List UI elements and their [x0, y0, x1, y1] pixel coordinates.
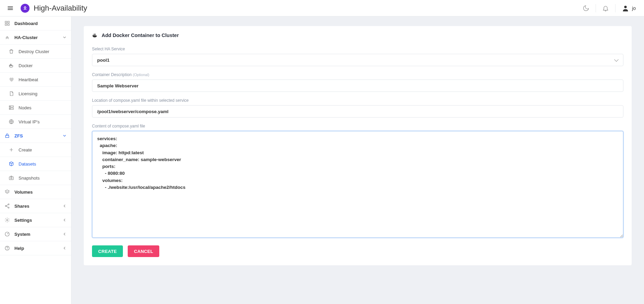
svg-rect-27	[94, 34, 94, 35]
chevron-left-icon	[62, 246, 67, 251]
svg-rect-26	[95, 35, 95, 36]
sidebar-item-label: Heartbeat	[19, 77, 67, 82]
svg-point-23	[7, 249, 8, 250]
svg-point-20	[7, 219, 8, 221]
sidebar-item-label: Licensing	[19, 91, 67, 96]
sidebar-item-label: Dashboard	[14, 21, 67, 26]
sidebar-item-label: Volumes	[14, 190, 67, 195]
heart-icon	[8, 76, 14, 83]
dashboard-icon	[4, 20, 10, 26]
camera-icon	[8, 175, 14, 181]
hamburger-icon	[7, 5, 14, 12]
brand[interactable]: High-Availability	[21, 4, 87, 13]
svg-rect-2	[8, 21, 9, 23]
chevron-left-icon	[62, 232, 67, 236]
sidebar-item-zfs[interactable]: ZFS	[0, 129, 71, 143]
server-icon	[8, 105, 14, 111]
trash-icon	[8, 48, 14, 54]
description-label: Container Description (Optional)	[92, 72, 623, 77]
svg-rect-15	[9, 177, 13, 180]
sidebar-item-create[interactable]: Create	[0, 143, 71, 157]
plus-icon	[8, 147, 14, 153]
svg-rect-25	[94, 35, 94, 36]
sidebar-item-label: Destroy Cluster	[19, 49, 67, 54]
svg-point-12	[10, 109, 10, 109]
brand-logo-icon	[21, 4, 30, 13]
docker-icon	[92, 32, 98, 38]
cube-icon	[8, 161, 14, 167]
app-title: High-Availability	[34, 4, 87, 13]
docker-icon	[8, 62, 14, 69]
sidebar-item-settings[interactable]: Settings	[0, 213, 71, 227]
sidebar-item-shares[interactable]: Shares	[0, 199, 71, 213]
sidebar-item-label: Shares	[14, 204, 62, 209]
lock-icon	[4, 133, 10, 139]
divider	[615, 4, 616, 12]
theme-toggle-button[interactable]	[580, 2, 592, 14]
sidebar-item-volumes[interactable]: Volumes	[0, 185, 71, 199]
sidebar-item-heartbeat[interactable]: Heartbeat	[0, 73, 71, 87]
sidebar-item-help[interactable]: Help	[0, 241, 71, 255]
svg-rect-14	[5, 135, 9, 137]
gauge-icon	[4, 231, 10, 237]
moon-icon	[583, 5, 589, 12]
form-actions: CREATE CANCEL	[92, 245, 623, 257]
sidebar-item-licensing[interactable]: Licensing	[0, 87, 71, 101]
chevron-left-icon	[62, 204, 67, 208]
main-content: Add Docker Container to Cluster Select H…	[71, 16, 644, 304]
user-menu[interactable]: jo	[619, 3, 639, 13]
cluster-icon	[4, 34, 10, 40]
sidebar: Dashboard HA-Cluster Destroy Cluster Doc…	[0, 16, 71, 304]
sidebar-item-label: Create	[19, 147, 67, 153]
sidebar-item-label: Settings	[14, 218, 62, 223]
service-label: Select HA Service	[92, 47, 623, 51]
cancel-button[interactable]: CANCEL	[128, 245, 159, 257]
sidebar-item-label: ZFS	[14, 133, 62, 138]
create-button[interactable]: CREATE	[92, 245, 123, 257]
svg-point-0	[624, 5, 626, 8]
sidebar-item-label: Docker	[19, 63, 67, 68]
svg-point-16	[11, 178, 12, 179]
svg-rect-3	[5, 24, 7, 25]
form-card: Add Docker Container to Cluster Select H…	[84, 26, 632, 265]
share-icon	[4, 203, 10, 209]
sidebar-item-label: Help	[14, 246, 62, 251]
svg-rect-4	[8, 24, 9, 25]
compose-content-textarea[interactable]	[92, 131, 623, 238]
sidebar-item-label: System	[14, 232, 62, 237]
sidebar-item-docker[interactable]: Docker	[0, 59, 71, 73]
globe-icon	[8, 119, 14, 125]
chevron-down-icon	[62, 35, 67, 40]
description-input[interactable]	[92, 80, 623, 92]
svg-rect-1	[5, 21, 7, 23]
sidebar-item-system[interactable]: System	[0, 227, 71, 241]
sidebar-item-label: Datasets	[19, 161, 67, 167]
location-label: Location of compose.yaml file within sel…	[92, 98, 623, 103]
gear-icon	[4, 217, 10, 223]
menu-toggle-button[interactable]	[5, 3, 15, 13]
help-icon	[4, 245, 10, 251]
sidebar-item-dashboard[interactable]: Dashboard	[0, 16, 71, 31]
sidebar-item-nodes[interactable]: Nodes	[0, 101, 71, 115]
card-header: Add Docker Container to Cluster	[84, 26, 632, 45]
sidebar-item-snapshots[interactable]: Snapshots	[0, 171, 71, 185]
header-left: High-Availability	[5, 3, 87, 13]
chevron-left-icon	[62, 218, 67, 222]
svg-rect-28	[95, 34, 95, 35]
content-label: Content of compose.yaml file	[92, 124, 623, 129]
location-input[interactable]	[92, 105, 623, 118]
svg-rect-24	[93, 35, 93, 36]
chevron-down-icon	[62, 133, 67, 138]
user-name-label: jo	[632, 5, 636, 11]
sidebar-item-destroy-cluster[interactable]: Destroy Cluster	[0, 45, 71, 59]
service-select[interactable]	[92, 54, 623, 66]
sidebar-item-datasets[interactable]: Datasets	[0, 157, 71, 171]
sidebar-item-hacluster[interactable]: HA-Cluster	[0, 31, 71, 45]
sidebar-item-virtual-ips[interactable]: Virtual IP's	[0, 115, 71, 129]
app-header: High-Availability jo	[0, 0, 644, 16]
notifications-button[interactable]	[599, 2, 612, 14]
sidebar-item-label: Virtual IP's	[19, 119, 67, 124]
sidebar-item-label: Snapshots	[19, 175, 67, 181]
card-title: Add Docker Container to Cluster	[102, 33, 179, 38]
user-icon	[622, 4, 629, 12]
